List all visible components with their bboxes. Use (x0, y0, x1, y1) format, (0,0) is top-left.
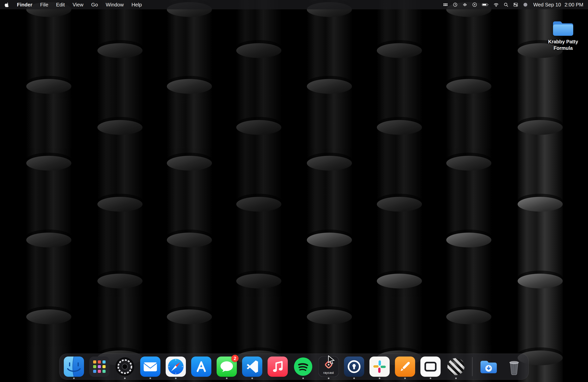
dock-item-music[interactable] (268, 357, 288, 377)
menu-bar-status: Wed Sep 10 2:00 PM (441, 0, 588, 9)
apple-icon[interactable] (0, 0, 13, 9)
dock-item-frame-app[interactable] (420, 357, 441, 377)
waveform-icon[interactable] (460, 0, 470, 9)
wifi-icon[interactable] (491, 0, 501, 9)
dock-item-rings-app[interactable] (115, 357, 135, 377)
desktop-folder-label: Krabby Patty Formula (542, 39, 584, 51)
user-circle-icon[interactable] (521, 0, 530, 9)
dock-item-1password[interactable] (344, 357, 364, 377)
vscode-icon (242, 357, 262, 377)
downloads-folder-icon (479, 357, 499, 377)
dock-item-trash[interactable] (504, 357, 524, 377)
dock-item-spotify[interactable] (293, 357, 313, 377)
desktop-wallpaper-cylinders (0, 0, 588, 382)
pen-icon (395, 357, 415, 377)
menu-file[interactable]: File (36, 0, 52, 9)
slack-icon (369, 357, 390, 377)
folder-icon (551, 19, 575, 37)
dock-item-finder[interactable] (64, 357, 84, 377)
dock-item-vscode[interactable] (242, 357, 262, 377)
dock-item-pen-app[interactable] (395, 357, 415, 377)
control-center-icon[interactable] (511, 0, 521, 9)
safari-icon (166, 357, 186, 377)
trash-icon (504, 357, 524, 377)
mail-icon (140, 357, 160, 377)
dock-item-messages[interactable]: 2 (217, 357, 237, 377)
dock-item-safari[interactable] (166, 357, 186, 377)
dock-item-downloads[interactable] (479, 357, 499, 377)
frame-icon (420, 357, 441, 377)
menubar-time: 2:00 PM (565, 2, 583, 8)
menu-go[interactable]: Go (87, 0, 102, 9)
menu-bar-left: Finder File Edit View Go Window Help (0, 0, 146, 9)
dock-item-app-store[interactable] (191, 357, 211, 377)
launchpad-icon (89, 357, 109, 377)
rings-icon (115, 357, 135, 377)
dock-separator (472, 357, 473, 376)
music-icon (268, 357, 288, 377)
messages-notification-badge: 2 (231, 355, 239, 362)
menu-help[interactable]: Help (127, 0, 146, 9)
finder-icon (64, 357, 84, 377)
app-store-icon (191, 357, 211, 377)
desktop-folder-krabby-patty[interactable]: Krabby Patty Formula (542, 19, 584, 51)
dock-item-striped-sphere-app[interactable] (446, 357, 466, 377)
striped-sphere-icon (446, 357, 466, 377)
onepassword-icon (344, 357, 364, 377)
play-icon[interactable] (470, 0, 480, 9)
grid-icon[interactable] (441, 0, 450, 9)
desktop: Finder File Edit View Go Window Help (0, 0, 588, 382)
raycast-label: raycast (318, 371, 339, 375)
menu-edit[interactable]: Edit (52, 0, 69, 9)
menu-window[interactable]: Window (102, 0, 127, 9)
dial-icon[interactable] (450, 0, 460, 9)
menu-bar: Finder File Edit View Go Window Help (0, 0, 588, 9)
dock-item-mail[interactable] (140, 357, 160, 377)
battery-icon[interactable] (480, 0, 491, 9)
mouse-cursor (328, 355, 335, 365)
menubar-date: Wed Sep 10 (533, 2, 561, 8)
menubar-clock[interactable]: Wed Sep 10 2:00 PM (530, 2, 585, 8)
spotify-icon (293, 357, 313, 377)
dock-item-slack[interactable] (369, 357, 390, 377)
active-app-name[interactable]: Finder (13, 0, 36, 9)
menu-view[interactable]: View (69, 0, 87, 9)
dock-item-launchpad[interactable] (89, 357, 109, 377)
dock: 2 (59, 354, 529, 380)
search-icon[interactable] (501, 0, 511, 9)
